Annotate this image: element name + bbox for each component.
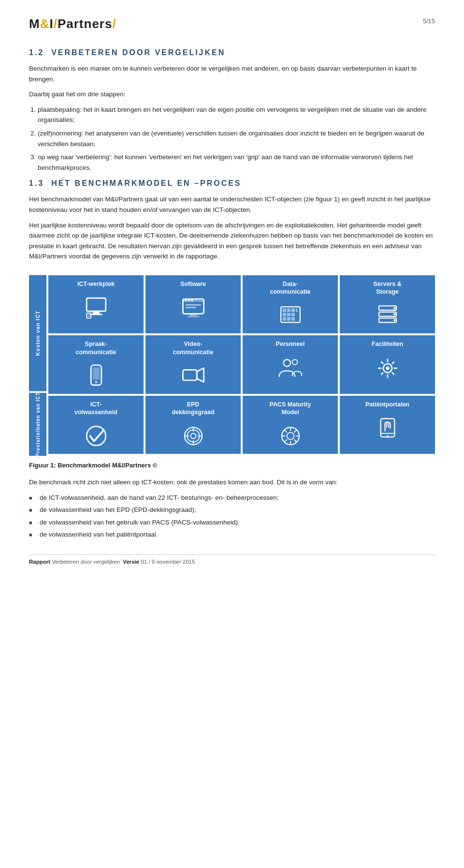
monitor-icon bbox=[83, 295, 109, 321]
svg-rect-66 bbox=[380, 419, 394, 437]
section-1-2-intro: Benchmarken is een manier om te kunnen v… bbox=[29, 63, 435, 84]
cell-patientportalen: Patiëntportalen bbox=[340, 396, 435, 454]
side-label-prestatie: Prestatie/baten van ICT bbox=[29, 393, 46, 456]
svg-point-36 bbox=[283, 359, 290, 366]
side-label-kosten: Kosten van ICT bbox=[29, 275, 46, 391]
cell-label-spraakcommunicatie: Spraak-communicatie bbox=[75, 340, 116, 356]
video-icon bbox=[180, 363, 206, 389]
cell-label-patientportalen: Patiëntportalen bbox=[365, 401, 409, 408]
cell-label-epd-dekkingsgraad: EPDdekkingsgraad bbox=[172, 401, 214, 417]
cell-label-software: Software bbox=[180, 280, 206, 288]
svg-line-62 bbox=[284, 430, 287, 433]
svg-rect-16 bbox=[287, 309, 290, 312]
cell-ict-werkplek: ICT-werkplek bbox=[48, 275, 144, 334]
cell-label-personeel: Personeel bbox=[276, 340, 305, 348]
svg-point-26 bbox=[393, 307, 396, 310]
cell-label-pacs-maturity-model: PACS MaturityModel bbox=[270, 401, 311, 417]
cell-personeel: Personeel bbox=[243, 335, 338, 394]
section-1-3-title: HET BENCHMARKMODEL EN –PROCES bbox=[51, 179, 241, 187]
svg-line-45 bbox=[392, 373, 394, 375]
svg-rect-24 bbox=[291, 317, 294, 321]
cell-epd-dekkingsgraad: EPDdekkingsgraad bbox=[145, 396, 241, 454]
section-1-3: 1.3 HET BENCHMARKMODEL EN –PROCES Het be… bbox=[29, 178, 435, 262]
section-1-2-number: 1.2 bbox=[29, 48, 44, 57]
svg-point-39 bbox=[386, 366, 389, 370]
section-1-2-title: VERBETEREN DOOR VERGELIJKEN bbox=[51, 48, 225, 57]
conclusion-item-2: de volwassenheid van het EPD (EPD-dekkin… bbox=[29, 505, 435, 515]
step-3: op weg naar 'verbetering': het kunnen 'v… bbox=[38, 152, 435, 173]
server-icon bbox=[375, 302, 401, 329]
svg-point-28 bbox=[393, 313, 396, 315]
header: M&I/Partners/ 5/15 bbox=[29, 15, 435, 33]
section-1-2: 1.2 VERBETEREN DOOR VERGELIJKEN Benchmar… bbox=[29, 47, 435, 173]
cell-software: Software bbox=[145, 275, 241, 334]
svg-point-30 bbox=[393, 319, 396, 322]
conclusion-list: de ICT-volwassenheid, aan de hand van 22… bbox=[29, 493, 435, 540]
cell-datacommunicatie: Data-communicatie bbox=[243, 275, 338, 334]
svg-rect-32 bbox=[92, 367, 99, 379]
cell-label-datacommunicatie: Data-communicatie bbox=[270, 280, 310, 296]
svg-point-7 bbox=[185, 300, 187, 302]
grid-row-2: Spraak-communicatie Video-communicatie bbox=[48, 335, 435, 394]
cell-faciliteiten: Faciliteiten bbox=[340, 335, 435, 394]
steps-list: plaatsbepaling: het in kaart brengen en … bbox=[38, 105, 435, 173]
svg-rect-18 bbox=[295, 309, 297, 312]
data-icon bbox=[277, 302, 304, 329]
figure-caption: Figuur 1: Benchmarkmodel M&I/Partners © bbox=[29, 461, 435, 470]
cell-label-videocommunicatie: Video-communicatie bbox=[173, 340, 213, 356]
footer: Rapport Verbeteren door vergelijken Vers… bbox=[29, 554, 435, 566]
grid-row-1: ICT-werkplek Software bbox=[48, 275, 435, 334]
logo: M&I/Partners/ bbox=[29, 15, 116, 33]
phone-icon bbox=[83, 363, 109, 389]
svg-rect-12 bbox=[189, 314, 196, 316]
svg-line-46 bbox=[392, 361, 394, 364]
page: M&I/Partners/ 5/15 1.2 VERBETEREN DOOR V… bbox=[0, 0, 464, 868]
svg-rect-11 bbox=[185, 307, 196, 308]
svg-line-64 bbox=[294, 430, 296, 433]
svg-rect-2 bbox=[90, 314, 102, 315]
svg-rect-22 bbox=[282, 317, 286, 321]
svg-line-44 bbox=[381, 361, 383, 364]
svg-point-8 bbox=[188, 300, 190, 302]
cell-spraakcommunicatie: Spraak-communicatie bbox=[48, 335, 144, 394]
step-1: plaatsbepaling: het in kaart brengen en … bbox=[38, 105, 435, 125]
grid-main: ICT-werkplek Software bbox=[48, 275, 435, 456]
svg-rect-10 bbox=[185, 304, 201, 306]
footer-label: Rapport Verbeteren door vergelijken Vers… bbox=[29, 559, 195, 565]
svg-point-50 bbox=[187, 430, 199, 442]
svg-rect-15 bbox=[282, 309, 286, 312]
svg-rect-34 bbox=[183, 370, 197, 380]
svg-rect-23 bbox=[287, 317, 290, 321]
pacs-icon bbox=[277, 423, 304, 449]
facility-icon bbox=[375, 355, 401, 381]
svg-rect-20 bbox=[287, 313, 290, 316]
step-2: (zelf)normering: het analyseren van de (… bbox=[38, 128, 435, 149]
svg-marker-35 bbox=[197, 368, 203, 382]
section-1-3-para1: Het benchmarkmodel van M&I/Partners gaat… bbox=[29, 194, 435, 215]
cell-servers-storage: Servers &Storage bbox=[340, 275, 435, 334]
section-stappen-title: Daarbij gaat het om drie stappen: bbox=[29, 89, 435, 100]
svg-point-51 bbox=[190, 434, 196, 439]
cell-label-faciliteiten: Faciliteiten bbox=[372, 340, 403, 348]
person-icon bbox=[277, 355, 304, 381]
svg-rect-19 bbox=[282, 313, 286, 316]
conclusion-item-1: de ICT-volwassenheid, aan de hand van 22… bbox=[29, 493, 435, 503]
benchmark-grid-wrapper: Kosten van ICT Prestatie/baten van ICT I… bbox=[29, 275, 435, 456]
svg-line-65 bbox=[284, 440, 287, 442]
grid-row-3: ICT-volwassenheid EPDdekkingsgraad bbox=[48, 396, 435, 454]
software-icon bbox=[180, 295, 206, 321]
section-1-3-heading: 1.3 HET BENCHMARKMODEL EN –PROCES bbox=[29, 178, 435, 189]
svg-rect-0 bbox=[87, 298, 106, 311]
svg-point-33 bbox=[95, 381, 97, 383]
svg-line-47 bbox=[381, 373, 383, 375]
svg-point-9 bbox=[191, 300, 193, 302]
checkmark-icon bbox=[83, 423, 109, 449]
conclusion-intro: De benchmark richt zich niet alleen op I… bbox=[29, 477, 435, 488]
epd-icon bbox=[180, 423, 206, 449]
svg-rect-17 bbox=[291, 309, 294, 312]
cell-pacs-maturity-model: PACS MaturityModel bbox=[243, 396, 338, 454]
svg-point-57 bbox=[287, 433, 293, 439]
svg-line-63 bbox=[294, 440, 296, 442]
conclusion-item-4: de volwassenheid van het patiëntportaal. bbox=[29, 529, 435, 540]
cell-label-servers-storage: Servers &Storage bbox=[373, 280, 401, 296]
